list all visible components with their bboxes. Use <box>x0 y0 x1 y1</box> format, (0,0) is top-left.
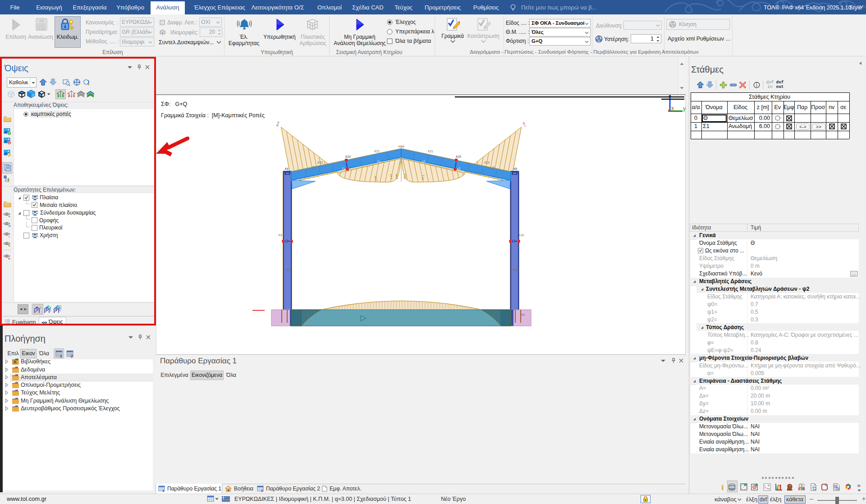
svg-text:K2: K2 <box>521 313 525 316</box>
svg-text:B: B <box>14 360 16 363</box>
svg-text:34.8: 34.8 <box>275 121 280 127</box>
svg-text:i: i <box>721 483 723 491</box>
svg-text:x: x <box>8 257 10 260</box>
svg-text:ws: ws <box>835 485 838 488</box>
svg-text:K3: K3 <box>287 268 290 271</box>
svg-text:K15: K15 <box>513 268 518 271</box>
svg-text:K22: K22 <box>374 150 380 153</box>
svg-text:↻: ↻ <box>8 153 11 156</box>
svg-text:+: + <box>9 132 10 135</box>
svg-text:K4: K4 <box>279 234 282 237</box>
svg-text:➜: ➜ <box>8 224 11 228</box>
svg-text:1: 1 <box>162 489 165 492</box>
svg-text:2: 2 <box>261 489 263 492</box>
svg-text:x: x <box>671 105 674 111</box>
svg-text:K6: K6 <box>285 167 289 170</box>
svg-text:–: – <box>8 234 10 238</box>
svg-text:K8: K8 <box>513 167 517 170</box>
svg-text:+: + <box>8 215 10 218</box>
svg-text:K21: K21 <box>428 150 433 153</box>
svg-text:1: 1 <box>60 354 62 358</box>
svg-text:-34.7: -34.7 <box>522 121 527 128</box>
svg-text:K19: K19 <box>484 161 490 164</box>
svg-text:✎: ✎ <box>8 244 11 247</box>
svg-text:K1: K1 <box>296 313 299 316</box>
svg-text:4365: 4365 <box>398 145 404 148</box>
svg-text:1: 1 <box>756 83 758 87</box>
svg-text:K16: K16 <box>518 234 524 237</box>
svg-text:x: x <box>9 141 10 144</box>
svg-text:K20: K20 <box>456 155 461 158</box>
svg-text:N: N <box>768 484 770 487</box>
svg-text:2: 2 <box>71 354 73 358</box>
svg-text:123: 123 <box>39 19 44 22</box>
svg-text:K24: K24 <box>345 155 351 158</box>
svg-text:K23: K23 <box>317 161 323 164</box>
